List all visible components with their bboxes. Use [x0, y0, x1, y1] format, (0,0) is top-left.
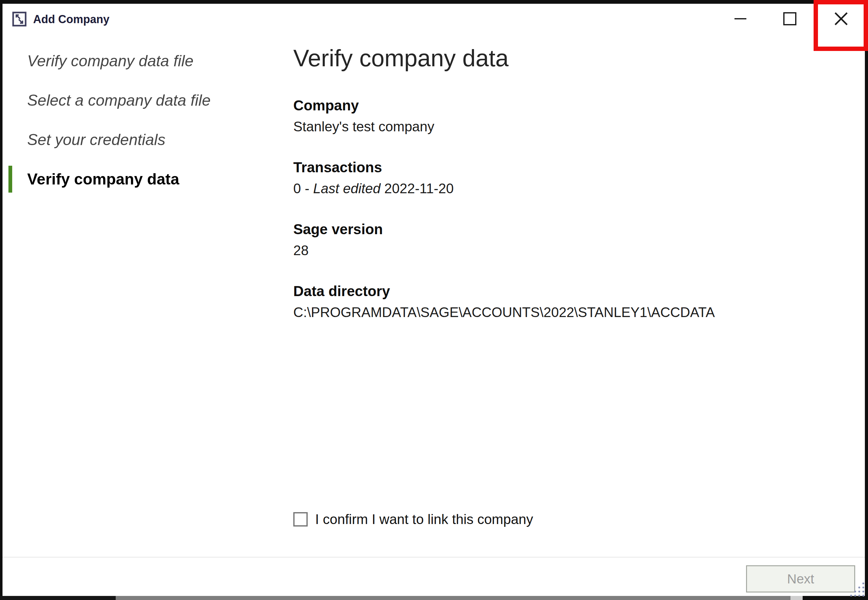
- minimize-button[interactable]: [726, 5, 754, 33]
- confirm-link-company-row[interactable]: I confirm I want to link this company: [293, 512, 533, 527]
- confirm-checkbox[interactable]: [293, 512, 308, 527]
- transactions-count: 0 -: [293, 181, 313, 196]
- window-border-bottom: [791, 596, 803, 600]
- field-data-directory: Data directory C:\PROGRAMDATA\SAGE\ACCOU…: [293, 281, 825, 323]
- field-transactions: Transactions 0 - Last edited 2022-11-20: [293, 157, 825, 199]
- app-icon: [12, 12, 27, 27]
- close-button[interactable]: [827, 5, 855, 33]
- last-edited-date: 2022-11-20: [380, 181, 454, 196]
- active-step-label: Verify company data: [27, 170, 179, 188]
- field-value: C:\PROGRAMDATA\SAGE\ACCOUNTS\2022\STANLE…: [293, 302, 825, 323]
- maximize-button[interactable]: [776, 5, 804, 33]
- footer-divider: [3, 557, 865, 558]
- title-bar: Add Company: [0, 4, 868, 38]
- resize-grip-icon[interactable]: [849, 582, 865, 598]
- last-edited-text: Last edited: [313, 181, 380, 196]
- step-set-your-credentials[interactable]: Set your credentials: [27, 129, 265, 151]
- window-border-bottom: [0, 596, 116, 600]
- field-sage-version: Sage version 28: [293, 219, 825, 261]
- field-label: Company: [293, 95, 825, 116]
- step-verify-company-data[interactable]: Verify company data: [27, 168, 265, 190]
- next-button[interactable]: Next: [746, 565, 855, 592]
- step-select-company-data-file[interactable]: Select a company data file: [27, 89, 265, 111]
- field-label: Data directory: [293, 281, 825, 302]
- window-border-bottom: [116, 596, 791, 600]
- page-title: Verify company data: [293, 44, 825, 73]
- window-border-left: [0, 0, 3, 600]
- main-content: Verify company data Company Stanley's te…: [293, 44, 825, 343]
- confirm-checkbox-label: I confirm I want to link this company: [315, 512, 533, 527]
- active-step-accent-bar: [8, 166, 12, 192]
- field-value: 0 - Last edited 2022-11-20: [293, 178, 825, 199]
- add-company-dialog: Add Company Verify company data file Sel…: [0, 0, 868, 600]
- maximize-icon: [783, 12, 797, 25]
- field-value: 28: [293, 240, 825, 261]
- field-company: Company Stanley's test company: [293, 95, 825, 137]
- window-border-top: [0, 0, 813, 4]
- minimize-icon: [735, 18, 746, 20]
- step-verify-company-data-file[interactable]: Verify company data file: [27, 50, 265, 72]
- field-label: Sage version: [293, 219, 825, 240]
- field-label: Transactions: [293, 157, 825, 178]
- field-value: Stanley's test company: [293, 116, 825, 137]
- window-border-right: [865, 0, 868, 600]
- wizard-steps-sidebar: Verify company data file Select a compan…: [27, 50, 265, 208]
- window-title: Add Company: [33, 12, 109, 26]
- close-icon: [834, 12, 848, 26]
